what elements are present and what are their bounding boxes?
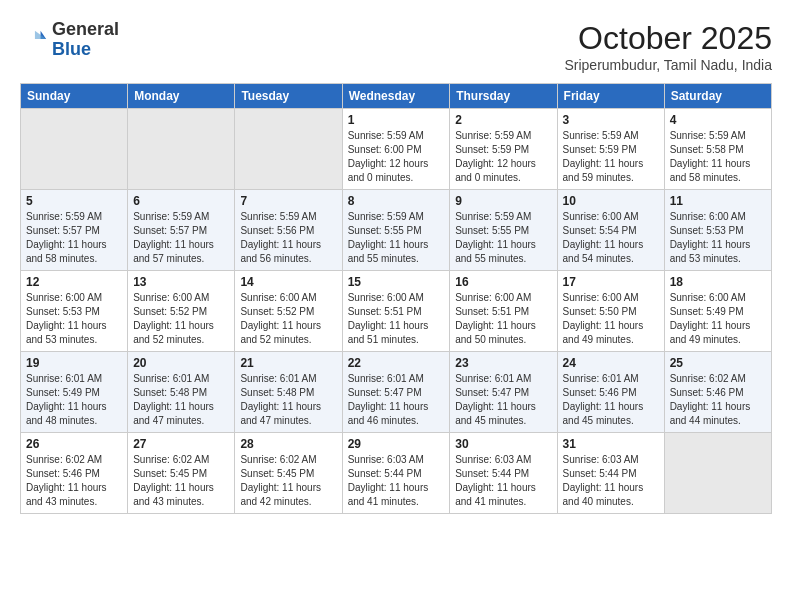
cell-info: Sunrise: 6:03 AMSunset: 5:44 PMDaylight:… — [563, 453, 659, 509]
day-number: 20 — [133, 356, 229, 370]
calendar-cell: 24 Sunrise: 6:01 AMSunset: 5:46 PMDaylig… — [557, 352, 664, 433]
day-number: 22 — [348, 356, 445, 370]
day-number: 16 — [455, 275, 551, 289]
column-header-tuesday: Tuesday — [235, 84, 342, 109]
cell-info: Sunrise: 6:02 AMSunset: 5:45 PMDaylight:… — [133, 453, 229, 509]
calendar-cell — [128, 109, 235, 190]
title-area: October 2025 Sriperumbudur, Tamil Nadu, … — [564, 20, 772, 73]
calendar-cell: 4 Sunrise: 5:59 AMSunset: 5:58 PMDayligh… — [664, 109, 771, 190]
day-number: 24 — [563, 356, 659, 370]
calendar-cell: 6 Sunrise: 5:59 AMSunset: 5:57 PMDayligh… — [128, 190, 235, 271]
day-number: 18 — [670, 275, 766, 289]
day-number: 14 — [240, 275, 336, 289]
day-number: 29 — [348, 437, 445, 451]
logo-text: GeneralBlue — [52, 20, 119, 60]
column-header-wednesday: Wednesday — [342, 84, 450, 109]
cell-info: Sunrise: 6:00 AMSunset: 5:53 PMDaylight:… — [670, 210, 766, 266]
calendar-cell: 27 Sunrise: 6:02 AMSunset: 5:45 PMDaylig… — [128, 433, 235, 514]
calendar-cell: 17 Sunrise: 6:00 AMSunset: 5:50 PMDaylig… — [557, 271, 664, 352]
column-header-saturday: Saturday — [664, 84, 771, 109]
day-number: 5 — [26, 194, 122, 208]
calendar-cell: 7 Sunrise: 5:59 AMSunset: 5:56 PMDayligh… — [235, 190, 342, 271]
cell-info: Sunrise: 6:02 AMSunset: 5:46 PMDaylight:… — [26, 453, 122, 509]
calendar-cell — [235, 109, 342, 190]
page-header: GeneralBlue October 2025 Sriperumbudur, … — [20, 20, 772, 73]
cell-info: Sunrise: 6:00 AMSunset: 5:51 PMDaylight:… — [455, 291, 551, 347]
location: Sriperumbudur, Tamil Nadu, India — [564, 57, 772, 73]
day-number: 4 — [670, 113, 766, 127]
calendar-table: SundayMondayTuesdayWednesdayThursdayFrid… — [20, 83, 772, 514]
calendar-cell: 29 Sunrise: 6:03 AMSunset: 5:44 PMDaylig… — [342, 433, 450, 514]
calendar-cell: 19 Sunrise: 6:01 AMSunset: 5:49 PMDaylig… — [21, 352, 128, 433]
calendar-cell: 21 Sunrise: 6:01 AMSunset: 5:48 PMDaylig… — [235, 352, 342, 433]
cell-info: Sunrise: 5:59 AMSunset: 5:58 PMDaylight:… — [670, 129, 766, 185]
calendar-cell: 22 Sunrise: 6:01 AMSunset: 5:47 PMDaylig… — [342, 352, 450, 433]
day-number: 26 — [26, 437, 122, 451]
cell-info: Sunrise: 6:00 AMSunset: 5:52 PMDaylight:… — [240, 291, 336, 347]
calendar-cell — [664, 433, 771, 514]
week-row-1: 1 Sunrise: 5:59 AMSunset: 6:00 PMDayligh… — [21, 109, 772, 190]
calendar-cell: 15 Sunrise: 6:00 AMSunset: 5:51 PMDaylig… — [342, 271, 450, 352]
column-header-sunday: Sunday — [21, 84, 128, 109]
day-number: 21 — [240, 356, 336, 370]
cell-info: Sunrise: 6:01 AMSunset: 5:47 PMDaylight:… — [348, 372, 445, 428]
calendar-cell: 2 Sunrise: 5:59 AMSunset: 5:59 PMDayligh… — [450, 109, 557, 190]
calendar-cell: 16 Sunrise: 6:00 AMSunset: 5:51 PMDaylig… — [450, 271, 557, 352]
column-header-monday: Monday — [128, 84, 235, 109]
cell-info: Sunrise: 6:01 AMSunset: 5:46 PMDaylight:… — [563, 372, 659, 428]
day-number: 9 — [455, 194, 551, 208]
cell-info: Sunrise: 5:59 AMSunset: 5:56 PMDaylight:… — [240, 210, 336, 266]
cell-info: Sunrise: 6:01 AMSunset: 5:48 PMDaylight:… — [240, 372, 336, 428]
cell-info: Sunrise: 5:59 AMSunset: 5:55 PMDaylight:… — [348, 210, 445, 266]
day-number: 3 — [563, 113, 659, 127]
week-row-5: 26 Sunrise: 6:02 AMSunset: 5:46 PMDaylig… — [21, 433, 772, 514]
cell-info: Sunrise: 6:00 AMSunset: 5:50 PMDaylight:… — [563, 291, 659, 347]
day-number: 27 — [133, 437, 229, 451]
month-title: October 2025 — [564, 20, 772, 57]
day-number: 6 — [133, 194, 229, 208]
cell-info: Sunrise: 6:02 AMSunset: 5:46 PMDaylight:… — [670, 372, 766, 428]
calendar-cell: 9 Sunrise: 5:59 AMSunset: 5:55 PMDayligh… — [450, 190, 557, 271]
week-row-4: 19 Sunrise: 6:01 AMSunset: 5:49 PMDaylig… — [21, 352, 772, 433]
day-number: 13 — [133, 275, 229, 289]
logo-icon — [20, 26, 48, 54]
day-number: 10 — [563, 194, 659, 208]
day-number: 28 — [240, 437, 336, 451]
day-number: 25 — [670, 356, 766, 370]
calendar-cell: 14 Sunrise: 6:00 AMSunset: 5:52 PMDaylig… — [235, 271, 342, 352]
calendar-cell: 3 Sunrise: 5:59 AMSunset: 5:59 PMDayligh… — [557, 109, 664, 190]
day-number: 30 — [455, 437, 551, 451]
cell-info: Sunrise: 6:00 AMSunset: 5:51 PMDaylight:… — [348, 291, 445, 347]
calendar-cell: 28 Sunrise: 6:02 AMSunset: 5:45 PMDaylig… — [235, 433, 342, 514]
column-header-thursday: Thursday — [450, 84, 557, 109]
header-row: SundayMondayTuesdayWednesdayThursdayFrid… — [21, 84, 772, 109]
calendar-cell: 18 Sunrise: 6:00 AMSunset: 5:49 PMDaylig… — [664, 271, 771, 352]
day-number: 17 — [563, 275, 659, 289]
cell-info: Sunrise: 6:00 AMSunset: 5:52 PMDaylight:… — [133, 291, 229, 347]
calendar-cell: 25 Sunrise: 6:02 AMSunset: 5:46 PMDaylig… — [664, 352, 771, 433]
cell-info: Sunrise: 6:03 AMSunset: 5:44 PMDaylight:… — [348, 453, 445, 509]
week-row-3: 12 Sunrise: 6:00 AMSunset: 5:53 PMDaylig… — [21, 271, 772, 352]
cell-info: Sunrise: 6:00 AMSunset: 5:54 PMDaylight:… — [563, 210, 659, 266]
cell-info: Sunrise: 6:01 AMSunset: 5:47 PMDaylight:… — [455, 372, 551, 428]
day-number: 15 — [348, 275, 445, 289]
day-number: 1 — [348, 113, 445, 127]
cell-info: Sunrise: 6:01 AMSunset: 5:48 PMDaylight:… — [133, 372, 229, 428]
cell-info: Sunrise: 6:01 AMSunset: 5:49 PMDaylight:… — [26, 372, 122, 428]
day-number: 19 — [26, 356, 122, 370]
cell-info: Sunrise: 5:59 AMSunset: 5:57 PMDaylight:… — [26, 210, 122, 266]
calendar-cell: 13 Sunrise: 6:00 AMSunset: 5:52 PMDaylig… — [128, 271, 235, 352]
cell-info: Sunrise: 6:03 AMSunset: 5:44 PMDaylight:… — [455, 453, 551, 509]
cell-info: Sunrise: 5:59 AMSunset: 5:59 PMDaylight:… — [563, 129, 659, 185]
calendar-cell: 12 Sunrise: 6:00 AMSunset: 5:53 PMDaylig… — [21, 271, 128, 352]
day-number: 8 — [348, 194, 445, 208]
column-header-friday: Friday — [557, 84, 664, 109]
day-number: 11 — [670, 194, 766, 208]
day-number: 31 — [563, 437, 659, 451]
day-number: 12 — [26, 275, 122, 289]
cell-info: Sunrise: 5:59 AMSunset: 5:57 PMDaylight:… — [133, 210, 229, 266]
calendar-cell: 30 Sunrise: 6:03 AMSunset: 5:44 PMDaylig… — [450, 433, 557, 514]
cell-info: Sunrise: 5:59 AMSunset: 5:55 PMDaylight:… — [455, 210, 551, 266]
calendar-cell: 10 Sunrise: 6:00 AMSunset: 5:54 PMDaylig… — [557, 190, 664, 271]
calendar-cell: 26 Sunrise: 6:02 AMSunset: 5:46 PMDaylig… — [21, 433, 128, 514]
